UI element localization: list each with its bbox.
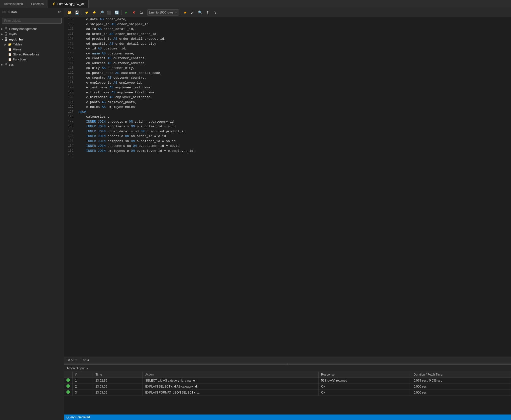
tab-bar: Administration Schemas ⚡ LibraryMngt_HW_… (0, 0, 511, 8)
tab-schemas-label: Schemas (31, 2, 44, 6)
tree-item-stored-procedures[interactable]: ▶ 📋 Stored Procedures (0, 52, 64, 57)
code-content: cu.postal_code AS customer_postal_code, (76, 71, 511, 76)
code-token: employee_id, (117, 81, 142, 85)
arrow-icon: ▶ (4, 58, 8, 61)
sidebar-refresh-icon[interactable]: ⟳ (58, 10, 61, 14)
code-token: orders o (106, 134, 125, 138)
output-table-wrap[interactable]: # Time Action Response Duration / Fetch … (64, 372, 511, 415)
code-token (78, 134, 86, 138)
code-token: c.id = p.category_id (133, 120, 174, 124)
find-button[interactable]: 🔍 (197, 9, 204, 16)
line-number: 131 (64, 129, 76, 134)
tab-schemas[interactable]: Schemas (27, 0, 48, 8)
tree-item-mydb[interactable]: ▶ 🗄 mydb (0, 31, 64, 37)
toolbar-sep-1 (82, 10, 82, 15)
tab-administration[interactable]: Administration (0, 0, 27, 8)
splitter-dot (286, 364, 286, 364)
tree-item-functions[interactable]: ▶ 📋 Functions (0, 57, 64, 62)
code-token: cu.address (78, 61, 108, 65)
code-token: INNER JOIN (86, 149, 106, 153)
code-content: INNER JOIN employees e ON o.employee_id … (76, 149, 511, 154)
col-header-action: Action (143, 372, 319, 378)
code-token: AS (98, 47, 102, 50)
tab-query[interactable]: ⚡ LibraryMngt_HW_04 (48, 0, 89, 8)
tree-item-tables[interactable]: ▶ 📁 Tables (0, 42, 64, 47)
word-wrap-button[interactable]: ⤵ (212, 9, 219, 16)
arrow-icon: ▶ (1, 63, 4, 66)
code-token: INNER JOIN (86, 144, 106, 148)
code-content: cu.contact AS customer_contact, (76, 56, 511, 61)
line-number: 108 (64, 17, 76, 22)
schema-inspector-button[interactable]: 🗂 (138, 9, 145, 16)
line-number: 127 (64, 110, 76, 115)
code-token: cu.contact (78, 56, 108, 60)
zoom-value: 100% (66, 358, 74, 362)
code-token: AS (100, 17, 104, 21)
output-collapse-icon[interactable]: ▲ (86, 367, 89, 370)
limit-rows-select[interactable]: Limit to 1000 rows ▼ (147, 9, 179, 15)
code-line-row: 129 INNER JOIN products p ON c.id = p.ca… (64, 119, 511, 124)
output-time: 13:52:35 (93, 378, 143, 384)
tree-label: Stored Procedures (13, 53, 39, 56)
procedures-icon: 📋 (8, 53, 12, 56)
stop-button[interactable]: ⬛ (106, 9, 113, 16)
zoom-control[interactable]: 100% ▲ ▼ (66, 358, 77, 362)
code-token: e.first_name (78, 91, 112, 94)
zoom-arrows[interactable]: ▲ ▼ (75, 358, 77, 362)
line-number: 120 (64, 75, 76, 80)
code-token: customer_country, (112, 76, 146, 80)
tree-item-mydb-hw[interactable]: ▼ 🗄 mydb_hw (0, 37, 64, 42)
output-row-num: 1 (73, 378, 93, 384)
code-line-row: 123 e.first_name AS employee_first_name, (64, 90, 511, 95)
explain-button[interactable]: 🔎 (98, 9, 105, 16)
output-duration: 0.079 sec / 0.039 sec (411, 378, 511, 384)
execute-button[interactable]: ⚡ (83, 9, 90, 16)
code-line-row: 119 cu.postal_code AS customer_postal_co… (64, 71, 511, 76)
tree-label: Views (13, 48, 21, 51)
arrow-icon: ▶ (1, 33, 4, 35)
code-token: AS (102, 66, 106, 70)
invisible-chars-button[interactable]: ¶ (204, 9, 211, 16)
tree-item-sys[interactable]: ▶ 🗄 sys (0, 62, 64, 67)
code-token: e.employee_id (78, 81, 113, 85)
db-icon: 🗄 (4, 27, 8, 31)
code-token: AS (102, 105, 106, 109)
save-file-button[interactable]: 💾 (73, 9, 80, 16)
chevron-down-icon: ▼ (175, 11, 177, 14)
code-content: cu.country AS customer_country, (76, 75, 511, 80)
output-time: 13:53:05 (93, 384, 143, 390)
filter-input[interactable] (2, 18, 62, 24)
code-token: e.notes (78, 105, 102, 109)
output-action: SELECT c.id AS category_id, c.name... (143, 378, 319, 384)
code-token: o.shipper_id = sh.id (135, 139, 176, 143)
tree-item-views[interactable]: ▶ 📋 Views (0, 47, 64, 52)
code-line-row: 126 e.notes AS employee_notes (64, 105, 511, 110)
cancel-button[interactable]: ✖ (130, 9, 137, 16)
code-token: ON (131, 149, 135, 153)
output-row: 113:52:35SELECT c.id AS category_id, c.n… (64, 378, 511, 384)
right-panel: 📂 💾 ⚡ ⚡ 🔎 ⬛ 🔄 ✔ ✖ 🗂 Limit to 1000 rows ▼… (64, 8, 511, 420)
code-line-row: 120 cu.country AS customer_country, (64, 75, 511, 80)
code-token: employee_notes (106, 105, 135, 109)
refresh-button[interactable]: 🔄 (113, 9, 120, 16)
bookmark-button[interactable]: ★ (182, 9, 189, 16)
code-token: AS (102, 52, 106, 55)
output-duration: 0.000 sec (411, 384, 511, 390)
output-row: 313:53:05EXPLAIN FORMAT=JSON SELECT c.i.… (64, 390, 511, 396)
check-button[interactable]: ✔ (123, 9, 130, 16)
splitter-dot (289, 364, 289, 364)
status-dot-cell (64, 390, 73, 396)
bottom-status-bar: Query Completed (64, 415, 511, 420)
cursor-position: 5:84 (83, 358, 89, 362)
code-editor[interactable]: 108 o.date AS order_date,109 o.shipper_i… (64, 17, 511, 357)
toolbar-sep-3 (180, 10, 180, 15)
beautify-button[interactable]: 🖊 (189, 9, 196, 16)
tree-item-librarymanagement[interactable]: ▶ 🗄 LibraryManagement (0, 26, 64, 31)
code-token: customer_contact, (112, 56, 146, 60)
db-icon: 🗄 (4, 32, 8, 36)
execute-selection-button[interactable]: ⚡ (91, 9, 98, 16)
code-token: AS (113, 81, 117, 85)
open-file-button[interactable]: 📂 (66, 9, 73, 16)
query-status-label: Query Completed (66, 416, 90, 419)
code-content: INNER JOIN shippers sh ON o.shipper_id =… (76, 139, 511, 144)
